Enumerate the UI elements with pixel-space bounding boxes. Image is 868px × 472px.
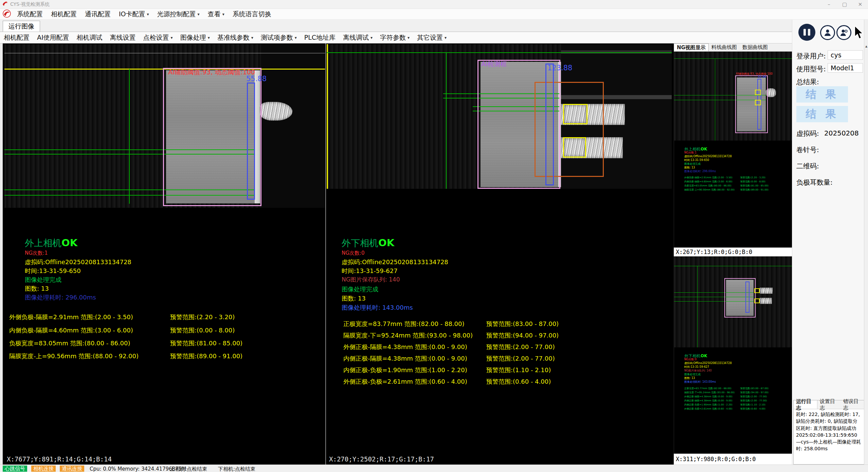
camera-name: 外上相机 [25,238,61,248]
tab-ng-view[interactable]: NG视图显示 [674,43,709,51]
measurement-text: 外侧正极-隔膜=4.38mm 范围:(0.00 - 9.00) [343,343,467,351]
ai-threshold-text: AI辅助阈值:93, 动态阈值:100 [736,72,773,76]
tool-offline-debug[interactable]: 离线调试▾ [339,32,376,43]
measurement-warn: 预警范围:(83.00 - 87.00) [486,320,559,328]
tab-run-log[interactable]: 运行日志 [794,400,817,409]
maximize-button[interactable]: ▢ [837,0,852,9]
tool-spot-check[interactable]: 点检设置▾ [140,32,177,43]
model-value: Model1 [828,63,863,73]
camera-result-line: 外下相机OK [342,237,394,249]
menu-item-light-config[interactable]: 光源控制配置▾ [153,9,204,19]
measurement-warn: 预警范围:(2.20 - 3.20) [170,313,235,321]
tab-metal [260,102,292,121]
tool-char-params[interactable]: 字符参数▾ [376,32,413,43]
upper-camera-check-status: 上相机:点检结束 [170,466,207,472]
title-bar: CYS-视觉检测系统 – ▢ ✕ [0,0,868,9]
chevron-down-icon: ▾ [198,12,200,17]
camera-name: 外下相机 [342,238,378,248]
ng-tab-bar: NG视图显示 料线曲线图 数据曲线图 [674,43,792,52]
menu-item-language-switch[interactable]: 系统语言切换 [229,9,275,19]
process-done: 图像处理完成 [25,276,61,284]
measurement-warn: 预警范围:(0.00 - 8.00) [170,326,235,334]
pause-icon [808,29,810,36]
measurement-text: 内侧负极-隔膜=4.60mm 范围:(3.00 - 6.00) [9,326,133,334]
ai-search-box [535,82,604,177]
tool-test-params[interactable]: 测试项参数▾ [257,32,301,43]
login-user-value: cys [828,50,863,60]
detect-box [247,83,255,200]
menu-item-system-config[interactable]: 系统配置 [13,9,47,19]
tab-settings-log[interactable]: 设置日志 [817,400,841,409]
total-result-label: 总结果: [796,77,819,87]
pixel-readout: X:7677;Y:891;R:14;G:14;B:14 [7,455,112,463]
tool-image-process[interactable]: 图像处理▾ [177,32,214,43]
frame-count: 图数: 13 [25,285,49,293]
measurement-text: 负极宽度=83.05mm 范围:(80.00 - 86.00) [9,339,130,347]
chevron-down-icon: ▾ [222,12,224,17]
tool-other-settings[interactable]: 其它设置▾ [413,32,450,43]
menu-item-io-card-config[interactable]: IO卡配置▾ [115,9,153,19]
tool-camera-config[interactable]: 相机配置 [0,32,33,43]
scroll-up-icon[interactable]: ▲ [864,43,868,49]
tool-offline-settings[interactable]: 离线设置 [106,32,140,43]
camera-connection-badge: 相机连接 [31,466,56,472]
tool-camera-debug[interactable]: 相机调试 [73,32,106,43]
upper-camera-viewport[interactable]: AI辅助阈值:93, 动态阈值:100 55.88 外上相机OK NG次数:1 … [4,44,325,453]
measurement-warn: 预警范围:(2.00 - 77.00) [486,343,555,351]
chevron-down-icon: ▾ [445,35,447,40]
login-user-label: 登录用户: [796,52,826,61]
time-text: 时间:13-31-59-627 [342,267,398,275]
tab-detect-box [755,100,761,105]
chevron-down-icon: ▾ [171,35,173,40]
tab-data-curve[interactable]: 数据曲线图 [740,43,771,51]
result-ok: OK [61,237,77,249]
negative-tab-count-label: 负极耳数量: [796,178,833,187]
measurement-text: 隔膜宽度-下=95.24mm 范围:(93.00 - 98.00) [343,331,473,340]
tool-plc-address[interactable]: PLC地址库 [301,32,339,43]
tool-ai-config[interactable]: AI使用配置 [33,32,73,43]
detect-box [745,282,749,313]
measure-value: 123.88 [547,64,572,72]
green-reference-line [327,52,672,53]
pixel-readout: X:267;Y:13;R:0;G:0;B:0 [674,248,792,256]
user-manage-button[interactable] [836,25,851,40]
close-button[interactable]: ✕ [852,0,868,9]
user-login-button[interactable] [820,25,835,40]
result-ok: OK [378,237,394,249]
chevron-down-icon: ▾ [408,35,410,40]
menu-item-camera-config[interactable]: 相机配置 [47,9,81,19]
machine-band [561,50,672,54]
pause-button[interactable] [798,24,815,41]
ng-thumbnail-lower[interactable]: 外下相机OK NG次数:0 虚拟码:Offline202502081331347… [674,256,792,454]
measurement-text: 外侧负极-隔膜=2.91mm 范围:(2.00 - 3.50) [9,313,133,321]
measurement-warn: 预警范围:(89.00 - 91.00) [170,352,242,360]
process-elapsed: 图像处理耗时: 296.00ms [25,293,96,302]
vertical-scrollbar[interactable]: ▲ [864,20,868,465]
ai-threshold-text: AI辅助阈值:93, 动态阈值:100 [168,68,255,77]
window-title: CYS-视觉检测系统 [10,1,50,7]
tab-detect-box [755,90,761,95]
model-label: 使用型号: [796,65,826,74]
tab-error-log[interactable]: 错误日志 [841,400,864,409]
measurement-warn: 预警范围:(81.00 - 85.00) [170,339,242,347]
view-tab-row: 运行图像 [0,20,792,32]
user-gear-icon [839,28,848,37]
process-done: 图像处理完成 [342,285,378,293]
tab-run-image[interactable]: 运行图像 [3,21,40,32]
measurement-text: 外侧正极-负极=2.61mm 范围:(0.60 - 4.00) [343,378,467,386]
lower-camera-viewport[interactable]: AI检测框 123.88 外下相机OK NG次数:0 虚拟码:Offline20… [327,44,672,453]
menu-item-view[interactable]: 查看▾ [204,9,229,19]
chevron-down-icon: ▾ [208,35,210,40]
measurement-text: 内侧正极-负极=1.90mm 范围:(1.00 - 2.20) [343,366,467,374]
ng-thumbnail-upper[interactable]: AI辅助阈值:93, 动态阈值:100 55.88 外上相机OK NG次数:1 … [674,52,792,248]
measurement-warn: 预警范围:(0.60 - 4.00) [486,378,551,386]
app-logo-icon [2,1,8,8]
minimize-button[interactable]: – [821,0,837,9]
tab-line-curve[interactable]: 料线曲线图 [709,43,740,51]
tab-detect-box [563,137,586,158]
tool-baseline-params[interactable]: 基准线参数▾ [214,32,257,43]
menu-item-comm-config[interactable]: 通讯配置 [81,9,115,19]
green-reference-line [715,58,715,141]
qr-code-label: 二维码: [796,162,819,171]
ng-count: NG次数:0 [342,250,364,256]
